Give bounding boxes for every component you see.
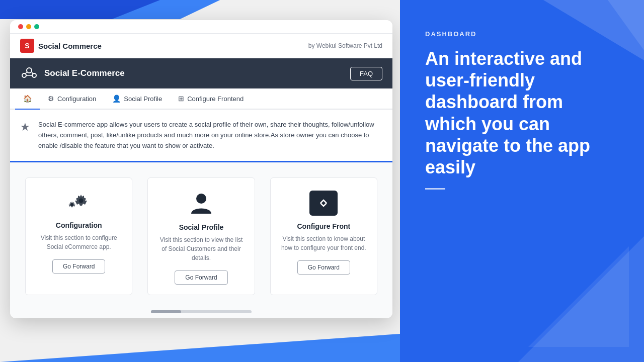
- browser-dot-minimize[interactable]: [26, 24, 31, 29]
- browser-topbar: [10, 20, 392, 34]
- configure-front-card-title: Configure Front: [297, 222, 350, 230]
- tab-configuration[interactable]: ⚙ Configuration: [40, 88, 104, 110]
- tab-social-profile[interactable]: 👤 Social Profile: [104, 88, 170, 110]
- left-bottom-decoration: [0, 322, 400, 362]
- nav-brand: Social E-Commerce: [20, 58, 125, 88]
- configure-front-card-icon: [309, 191, 338, 216]
- home-icon: 🏠: [23, 95, 32, 103]
- social-profile-icon: 👤: [112, 95, 121, 103]
- scroll-thumb: [151, 310, 181, 313]
- browser-dot-close[interactable]: [18, 24, 23, 29]
- configure-front-card-desc: Visit this section to know about how to …: [281, 234, 367, 252]
- dashboard-label: DASHBOARD: [425, 30, 619, 38]
- tabs-bar: 🏠 ⚙ Configuration 👤 Social Profile ⊞ Con…: [10, 88, 392, 110]
- configuration-card-desc: Visit this section to configure Social e…: [36, 233, 122, 251]
- app-logo-area: S Social Commerce: [20, 39, 102, 53]
- tab-home[interactable]: 🏠: [15, 88, 40, 110]
- svg-point-8: [196, 194, 206, 204]
- nav-logo-icon: [20, 64, 38, 82]
- dashboard-heading: An interactive and user-friendly dashboa…: [425, 48, 619, 178]
- faq-button[interactable]: FAQ: [350, 67, 382, 80]
- scroll-area: [10, 305, 392, 318]
- app-header: S Social Commerce by Webkul Software Pvt…: [10, 34, 392, 58]
- configuration-go-forward-button[interactable]: Go Forward: [52, 259, 105, 274]
- nav-bar: Social E-Commerce FAQ: [10, 58, 392, 88]
- nav-brand-text: Social E-Commerce: [44, 68, 125, 78]
- configuration-icon: ⚙: [48, 95, 54, 103]
- tab-social-profile-label: Social Profile: [124, 95, 162, 103]
- card-social-profile: Social Profile Visit this section to vie…: [147, 177, 255, 295]
- tab-configure-frontend-label: Configure Frontend: [187, 95, 244, 103]
- tab-configure-frontend[interactable]: ⊞ Configure Frontend: [170, 88, 252, 110]
- left-panel: S Social Commerce by Webkul Software Pvt…: [0, 0, 400, 362]
- svg-point-0: [27, 68, 32, 73]
- card-configure-front: Configure Front Visit this section to kn…: [270, 177, 377, 295]
- app-title: Social Commerce: [38, 42, 102, 50]
- right-deco-bottom-right-2: [528, 246, 629, 347]
- social-profile-card-desc: Visit this section to view the list of S…: [158, 235, 244, 262]
- star-icon: ★: [20, 121, 30, 134]
- description-box: ★ Social E-commerce app allows your user…: [10, 110, 392, 162]
- app-logo-icon: S: [20, 39, 34, 53]
- browser-window: S Social Commerce by Webkul Software Pvt…: [10, 20, 392, 318]
- configuration-card-title: Configuration: [56, 221, 102, 229]
- configure-frontend-icon: ⊞: [178, 95, 184, 103]
- dashboard-divider: [425, 188, 445, 190]
- right-panel: DASHBOARD An interactive and user-friend…: [400, 0, 644, 362]
- cards-area: Configuration Visit this section to conf…: [10, 162, 392, 305]
- social-profile-card-icon: [188, 191, 214, 217]
- social-profile-go-forward-button[interactable]: Go Forward: [175, 270, 227, 285]
- social-profile-card-title: Social Profile: [179, 223, 224, 231]
- by-text: by Webkul Software Pvt Ltd: [308, 42, 382, 49]
- card-configuration: Configuration Visit this section to conf…: [25, 177, 132, 295]
- browser-dot-maximize[interactable]: [34, 24, 39, 29]
- configure-front-go-forward-button[interactable]: Go Forward: [297, 260, 350, 275]
- tab-configuration-label: Configuration: [57, 95, 96, 103]
- scroll-bar: [151, 310, 252, 313]
- configuration-card-icon: [66, 191, 92, 215]
- description-text: Social E-commerce app allows your users …: [38, 120, 382, 151]
